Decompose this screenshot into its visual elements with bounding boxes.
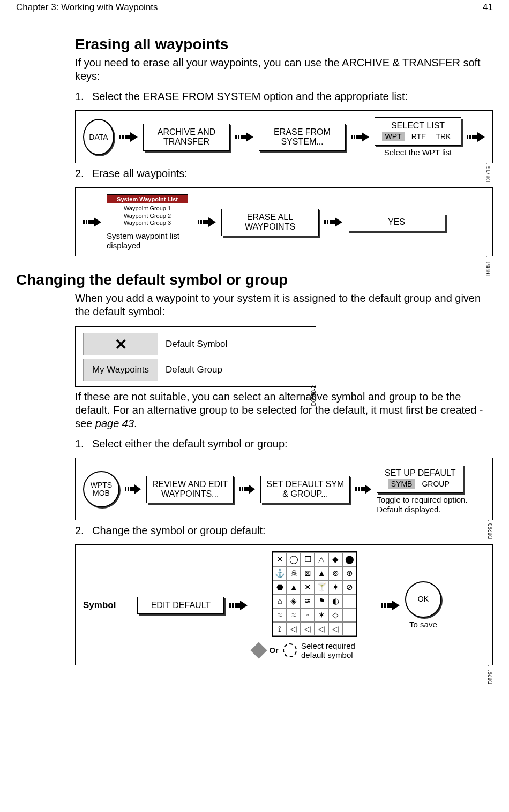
intro-erasing: If you need to erase all your waypoints,… <box>75 56 493 83</box>
softkey-erase-from-system[interactable]: ERASE FROM SYSTEM... <box>259 124 346 151</box>
palette-cell[interactable]: ⚑ <box>315 594 328 608</box>
data-button[interactable]: DATA <box>83 119 114 155</box>
palette-cell[interactable]: ✕ <box>273 552 287 566</box>
caption-waypoint-list: System waypoint list displayed <box>107 231 192 251</box>
page-ref-link[interactable]: page 43 <box>95 418 134 429</box>
para-alternative: If these are not suitable, you can selec… <box>75 390 493 430</box>
step-1-1: 1. Select the ERASE FROM SYSTEM option a… <box>75 90 493 103</box>
arrow-icon <box>119 131 138 143</box>
svg-marker-1 <box>122 135 124 139</box>
svg-marker-22 <box>128 487 129 491</box>
palette-cell[interactable]: ◁ <box>328 622 342 636</box>
palette-cell[interactable]: ◯ <box>287 552 301 566</box>
palette-cell[interactable]: ⊚ <box>328 566 342 580</box>
arrow-icon <box>229 599 248 611</box>
svg-marker-11 <box>472 132 485 142</box>
symbol-palette[interactable]: ✕◯☐△◆⬤⚓☠⊠▲⊚⊛⬣▲✕🍸✶⊘⌂◈≋⚑◐≈≈◦✶◇⟟◁◁◁◁ <box>272 551 357 637</box>
svg-marker-20 <box>330 217 342 227</box>
palette-cell[interactable]: ⬣ <box>273 580 287 594</box>
svg-marker-7 <box>354 135 355 139</box>
figure-ref: D8291-1 <box>488 664 493 684</box>
palette-cell[interactable]: ◇ <box>328 608 342 622</box>
palette-cell[interactable]: ⬤ <box>342 552 356 566</box>
svg-marker-30 <box>229 603 231 608</box>
softkey-review-edit-waypoints[interactable]: REVIEW AND EDIT WAYPOINTS... <box>146 476 234 503</box>
svg-marker-32 <box>235 601 248 610</box>
label-symbol: Symbol <box>83 600 116 611</box>
palette-cell[interactable]: ✶ <box>328 580 342 594</box>
softkey-erase-all-waypoints[interactable]: ERASE ALL WAYPOINTS <box>221 209 319 236</box>
toggle-opt-trk[interactable]: TRK <box>432 132 454 141</box>
caption-select-wpt: Select the WPT list <box>384 148 452 157</box>
palette-cell[interactable]: 🍸 <box>315 580 328 594</box>
list-item: Waypoint Group 3 <box>110 219 184 227</box>
palette-cell[interactable]: ⚓ <box>273 566 287 580</box>
svg-marker-33 <box>381 603 383 608</box>
palette-cell[interactable]: ◈ <box>287 594 301 608</box>
toggle-opt-wpt[interactable]: WPT <box>382 132 405 141</box>
svg-marker-17 <box>203 217 216 227</box>
default-group-preview: My Waypoints <box>83 359 158 381</box>
palette-cell[interactable]: ⌂ <box>273 594 287 608</box>
palette-cell[interactable] <box>342 608 356 622</box>
palette-cell[interactable]: ☠ <box>287 566 301 580</box>
wpts-mob-button[interactable]: WPTS MOB <box>83 471 119 507</box>
palette-cell[interactable]: △ <box>315 552 328 566</box>
softkey-yes[interactable]: YES <box>348 214 445 231</box>
palette-cell[interactable]: ✕ <box>301 580 315 594</box>
palette-cell[interactable]: ◁ <box>301 622 315 636</box>
palette-cell[interactable]: ≈ <box>287 608 301 622</box>
palette-cell[interactable]: ≋ <box>301 594 315 608</box>
palette-cell[interactable]: ⊘ <box>342 580 356 594</box>
softkey-edit-default[interactable]: EDIT DEFAULT <box>137 597 224 614</box>
svg-marker-27 <box>355 487 357 491</box>
toggle-opt-group[interactable]: GROUP <box>418 479 452 489</box>
palette-cell[interactable]: ≈ <box>273 608 287 622</box>
palette-cell[interactable]: ▲ <box>287 580 301 594</box>
figure-ref: D8716-1 <box>485 162 491 182</box>
svg-marker-25 <box>242 487 243 491</box>
palette-cell[interactable]: ◐ <box>328 594 342 608</box>
svg-marker-19 <box>327 220 328 224</box>
softkey-set-up-default[interactable]: SET UP DEFAULT SYMB GROUP <box>377 465 463 493</box>
figure-default-symbol-group: ✕ Default Symbol My Waypoints Default Gr… <box>75 326 316 387</box>
palette-cell[interactable]: ◦ <box>301 608 315 622</box>
figure-ref: D8851_1 <box>485 255 491 277</box>
softkey-archive-transfer[interactable]: ARCHIVE AND TRANSFER <box>143 124 230 151</box>
figure-change-default: Symbol EDIT DEFAULT ✕◯☐△◆⬤⚓☠⊠▲⊚⊛⬣▲✕🍸✶⊘⌂◈… <box>75 544 493 665</box>
svg-marker-28 <box>358 487 360 491</box>
svg-marker-18 <box>324 220 326 224</box>
svg-marker-6 <box>351 135 353 139</box>
nav-controls: Or Select required default symbol <box>253 641 376 659</box>
system-waypoint-list: System Waypoint List Waypoint Group 1 Wa… <box>107 194 188 229</box>
palette-cell[interactable]: ◁ <box>315 622 328 636</box>
palette-cell[interactable]: ◆ <box>328 552 342 566</box>
ok-button[interactable]: OK <box>405 581 441 618</box>
palette-cell[interactable]: ◁ <box>287 622 301 636</box>
palette-cell[interactable]: ⟟ <box>273 622 287 636</box>
list-item: Waypoint Group 2 <box>110 213 184 220</box>
heading-erasing: Erasing all waypoints <box>75 36 493 53</box>
svg-marker-3 <box>235 135 237 139</box>
toggle-opt-symb[interactable]: SYMB <box>388 479 416 489</box>
svg-marker-26 <box>244 484 255 494</box>
figure-erase-sequence-2: System Waypoint List Waypoint Group 1 Wa… <box>75 187 493 256</box>
arrow-icon <box>381 599 400 611</box>
heading-changing-default: Changing the default symbol or group <box>16 271 493 289</box>
figure-select-default: WPTS MOB REVIEW AND EDIT WAYPOINTS... SE… <box>75 458 493 520</box>
softkey-select-list[interactable]: SELECT LIST WPT RTE TRK <box>375 117 461 146</box>
palette-cell[interactable] <box>342 594 356 608</box>
palette-cell[interactable]: ⊛ <box>342 566 356 580</box>
palette-cell[interactable] <box>342 622 356 636</box>
arrow-icon <box>324 216 342 228</box>
palette-cell[interactable]: ▲ <box>315 566 328 580</box>
figure-erase-sequence-1: DATA ARCHIVE AND TRANSFER ERASE FROM SYS… <box>75 110 493 163</box>
toggle-opt-rte[interactable]: RTE <box>408 132 430 141</box>
palette-cell[interactable]: ☐ <box>301 552 315 566</box>
palette-cell[interactable]: ⊠ <box>301 566 315 580</box>
palette-cell[interactable]: ✶ <box>315 608 328 622</box>
arrow-icon <box>198 216 216 228</box>
svg-marker-21 <box>125 487 126 491</box>
softkey-set-default-sym-group[interactable]: SET DEFAULT SYM & GROUP... <box>260 476 350 503</box>
step-2-1: 1. Select either the default symbol or g… <box>75 438 493 450</box>
